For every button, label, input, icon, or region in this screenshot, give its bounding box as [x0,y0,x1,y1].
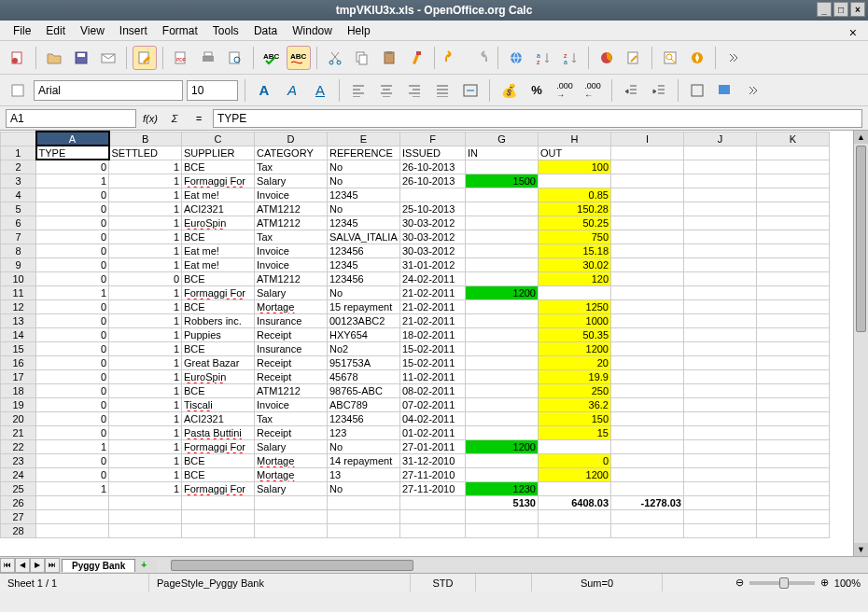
cell-H8[interactable]: 15.18 [539,243,611,257]
col-header-A[interactable]: A [36,132,109,146]
undo-icon[interactable] [441,46,465,70]
cell-B14[interactable]: 1 [109,327,182,341]
cell-G26[interactable]: 5130 [466,495,539,509]
cell-G25[interactable]: 1230 [466,481,539,495]
cell-I19[interactable] [611,397,684,411]
cell-F2[interactable]: 26-10-2013 [400,160,466,174]
cell-I24[interactable] [611,467,684,481]
row-header-16[interactable]: 16 [1,355,36,369]
cell-D22[interactable]: Salary [255,439,328,453]
cell-D3[interactable]: Salary [255,174,328,188]
cell-I27[interactable] [611,509,684,523]
cell-J6[interactable] [684,216,757,230]
cell-K10[interactable] [757,271,830,285]
cell-K11[interactable] [757,285,830,299]
cell-I17[interactable] [611,369,684,383]
cell-A1[interactable]: TYPE [36,146,109,160]
cell-E17[interactable]: 45678 [328,369,400,383]
align-right-icon[interactable] [402,78,427,103]
cell-D15[interactable]: Insurance [255,341,328,355]
menu-help[interactable]: Help [342,22,376,39]
cell-F20[interactable]: 04-02-2011 [400,411,466,425]
cell-G1[interactable]: IN [466,146,539,160]
cell-G22[interactable]: 1200 [466,439,539,453]
zoom-in-icon[interactable]: ⊕ [820,577,829,589]
cell-A13[interactable]: 0 [36,313,109,327]
cell-I2[interactable] [611,160,684,174]
cell-I5[interactable] [611,202,684,216]
cell-J28[interactable] [684,523,757,537]
row-header-9[interactable]: 9 [1,257,36,271]
cell-G17[interactable] [466,369,539,383]
redo-icon[interactable] [468,46,492,70]
cell-C20[interactable]: ACI2321 [182,411,255,425]
cell-B25[interactable]: 1 [109,481,182,495]
cell-G6[interactable] [466,216,539,230]
cell-B12[interactable]: 1 [109,299,182,313]
cell-K26[interactable] [757,495,830,509]
cell-C24[interactable]: BCE [182,467,255,481]
cell-I3[interactable] [611,174,684,188]
cell-A23[interactable]: 0 [36,453,109,467]
cell-K25[interactable] [757,481,830,495]
bold-icon[interactable]: A [252,78,276,103]
cell-J9[interactable] [684,257,757,271]
cell-I16[interactable] [611,355,684,369]
save-icon[interactable] [69,46,93,70]
cell-I25[interactable] [611,481,684,495]
find-icon[interactable] [658,46,682,70]
cell-H21[interactable]: 15 [539,425,611,439]
cell-J25[interactable] [684,481,757,495]
cell-H24[interactable]: 1200 [539,467,611,481]
email-icon[interactable] [96,46,120,70]
cell-B24[interactable]: 1 [109,467,182,481]
cell-A6[interactable]: 0 [36,216,109,230]
cell-D16[interactable]: Receipt [255,355,328,369]
sort-asc-icon[interactable]: az [531,46,555,70]
cell-A9[interactable]: 0 [36,257,109,271]
scroll-down-icon[interactable]: ▼ [854,543,868,556]
cell-B17[interactable]: 1 [109,369,182,383]
cell-H23[interactable]: 0 [539,453,611,467]
row-header-3[interactable]: 3 [1,174,36,188]
cell-A16[interactable]: 0 [36,355,109,369]
scroll-up-icon[interactable]: ▲ [854,131,868,144]
cell-H28[interactable] [539,523,611,537]
horizontal-scrollbar[interactable] [158,559,868,572]
minimize-button[interactable]: _ [817,2,832,17]
cell-K1[interactable] [757,146,830,160]
cell-E8[interactable]: 123456 [328,243,400,257]
autospell-icon[interactable]: ABC [287,46,311,70]
print-preview-icon[interactable] [223,46,247,70]
cell-H1[interactable]: OUT [539,146,611,160]
cell-A14[interactable]: 0 [36,327,109,341]
align-left-icon[interactable] [346,78,371,103]
cell-G10[interactable] [466,271,539,285]
cell-H4[interactable]: 0.85 [539,188,611,202]
cell-D14[interactable]: Receipt [255,327,328,341]
menu-window[interactable]: Window [287,22,338,39]
row-header-19[interactable]: 19 [1,397,36,411]
cell-C15[interactable]: BCE [182,341,255,355]
cell-J15[interactable] [684,341,757,355]
cell-H6[interactable]: 50.25 [539,216,611,230]
cell-I13[interactable] [611,313,684,327]
cell-C13[interactable]: Robbers inc. [182,313,255,327]
font-name-select[interactable] [34,80,183,101]
cell-I14[interactable] [611,327,684,341]
cell-C23[interactable]: BCE [182,453,255,467]
cell-E25[interactable]: No [328,481,400,495]
cell-D17[interactable]: Receipt [255,369,328,383]
cell-E13[interactable]: 00123ABC2 [328,313,400,327]
cell-E6[interactable]: 12345 [328,216,400,230]
cell-B19[interactable]: 1 [109,397,182,411]
row-header-21[interactable]: 21 [1,425,36,439]
cell-G24[interactable] [466,467,539,481]
cell-D10[interactable]: ATM1212 [255,271,328,285]
cell-B1[interactable]: SETTLED [109,146,182,160]
cell-E7[interactable]: SALVA_ITALIA [328,230,400,243]
cell-C1[interactable]: SUPPLIER [182,146,255,160]
font-size-select[interactable] [187,80,238,101]
cell-F8[interactable]: 30-03-2012 [400,243,466,257]
cell-E10[interactable]: 123456 [328,271,400,285]
